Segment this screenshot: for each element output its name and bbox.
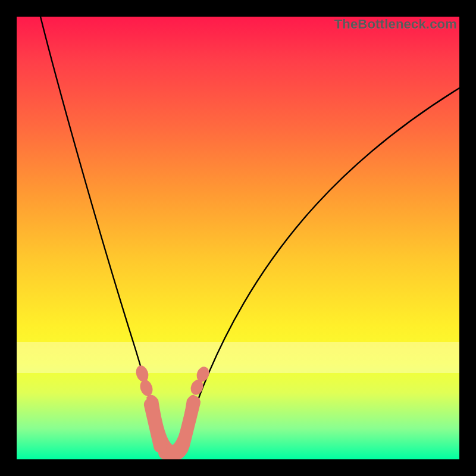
- svg-point-1: [138, 378, 155, 398]
- watermark-text: TheBottleneck.com: [334, 17, 457, 32]
- svg-rect-5: [143, 397, 168, 455]
- svg-rect-6: [176, 394, 202, 453]
- bottleneck-curve: [40, 17, 459, 453]
- svg-point-0: [134, 364, 151, 384]
- chart-frame: TheBottleneck.com: [0, 0, 476, 476]
- chart-svg: [17, 17, 459, 459]
- salmon-valley-marker: [134, 364, 211, 459]
- plot-area: TheBottleneck.com: [17, 17, 459, 459]
